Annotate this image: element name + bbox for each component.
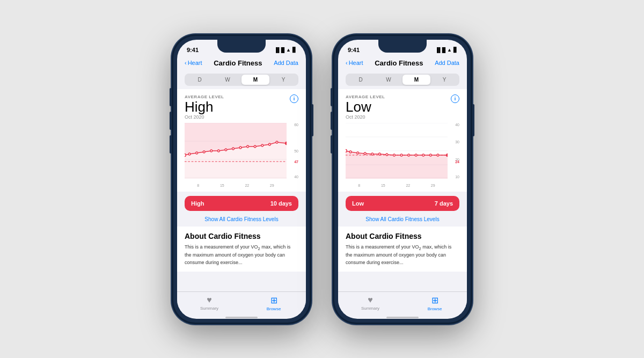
svg-point-18 (261, 144, 264, 147)
avg-value-left: High (185, 99, 224, 115)
badge-label-right: Low (352, 200, 364, 207)
back-button-left[interactable]: ‹ Heart (185, 60, 202, 66)
back-button-right[interactable]: ‹ Heart (346, 60, 363, 66)
scroll-content-right: D W M Y AVERAGE LEVEL Low Oct 2020 (338, 70, 467, 291)
add-data-button-right[interactable]: Add Data (435, 60, 459, 66)
heart-icon-left: ♥ (207, 295, 212, 305)
chart-area-left: 60 50 40 (185, 123, 298, 187)
nav-title-right: Cardio Fitness (375, 59, 423, 67)
svg-point-41 (430, 154, 432, 156)
show-all-link-right[interactable]: Show All Cardio Fitness Levels (338, 214, 467, 227)
svg-point-38 (408, 154, 410, 156)
info-icon-left[interactable]: i (290, 94, 298, 103)
browse-icon-left: ⊞ (270, 295, 277, 305)
chevron-left-icon-right: ‹ (346, 60, 348, 66)
status-time-left: 9:41 (187, 47, 199, 53)
tab-summary-label-left: Summary (200, 306, 218, 311)
nav-bar-right: ‹ Heart Cardio Fitness Add Data (338, 57, 467, 70)
add-data-button-left[interactable]: Add Data (274, 60, 298, 66)
info-icon-right[interactable]: i (451, 94, 459, 103)
phone-left: 9:41 ▐▌█ ▲ ▊ ‹ Heart Cardio Fitness Add … (172, 34, 311, 324)
segment-m-left[interactable]: M (241, 75, 269, 85)
svg-point-20 (276, 141, 278, 143)
tab-summary-label-right: Summary (361, 306, 379, 311)
tab-browse-label-right: Browse (428, 306, 442, 311)
home-bar-right (386, 317, 419, 318)
svg-point-12 (218, 150, 220, 152)
chart-section-left: AVERAGE LEVEL High Oct 2020 i 60 50 (177, 89, 306, 192)
wifi-icon-right: ▲ (447, 47, 452, 53)
badge-days-left: 10 days (270, 200, 292, 207)
svg-point-11 (210, 150, 213, 152)
tab-browse-left[interactable]: ⊞ Browse (241, 295, 306, 311)
avg-date-left: Oct 2020 (185, 114, 224, 120)
segment-y-right[interactable]: Y (430, 75, 458, 85)
about-section-right: About Cardio Fitness This is a measureme… (338, 227, 467, 272)
about-title-left: About Cardio Fitness (185, 232, 298, 240)
badge-label-left: High (191, 200, 204, 207)
badge-row-right: Low 7 days (346, 196, 459, 211)
segment-d-right[interactable]: D (347, 75, 375, 85)
svg-point-8 (188, 153, 191, 155)
battery-icon-left: ▊ (292, 47, 296, 53)
home-indicator-left (177, 317, 306, 319)
segment-d-left[interactable]: D (186, 75, 214, 85)
home-indicator-right (338, 317, 467, 319)
show-all-link-left[interactable]: Show All Cardio Fitness Levels (177, 214, 306, 227)
svg-point-19 (269, 143, 271, 145)
about-title-right: About Cardio Fitness (346, 232, 459, 240)
svg-point-36 (393, 154, 396, 156)
dashed-value-right: 24 (455, 160, 459, 164)
svg-point-29 (346, 150, 347, 152)
tab-bar-left: ♥ Summary ⊞ Browse (177, 291, 306, 317)
svg-point-9 (196, 152, 198, 154)
x-labels-right: 8 15 22 29 (346, 184, 448, 187)
badge-days-right: 7 days (435, 200, 453, 207)
chart-svg-left (185, 123, 287, 179)
segment-w-right[interactable]: W (375, 75, 402, 85)
svg-point-34 (379, 153, 381, 155)
back-label-left: Heart (188, 60, 202, 66)
segment-y-left[interactable]: Y (269, 75, 297, 85)
segment-w-left[interactable]: W (214, 75, 241, 85)
notch-right (378, 40, 427, 53)
chart-section-right: AVERAGE LEVEL Low Oct 2020 i 40 30 (338, 89, 467, 192)
status-icons-left: ▐▌█ ▲ ▊ (274, 47, 296, 53)
about-text-left: This is a measurement of your VO2 max, w… (185, 244, 298, 266)
avg-value-right: Low (346, 99, 385, 115)
home-bar-left (225, 317, 258, 318)
tab-summary-right[interactable]: ♥ Summary (338, 295, 402, 311)
tab-bar-right: ♥ Summary ⊞ Browse (338, 291, 467, 317)
x-labels-left: 8 15 22 29 (185, 184, 287, 187)
heart-icon-right: ♥ (368, 295, 373, 305)
svg-point-14 (232, 148, 235, 150)
segment-m-right[interactable]: M (402, 75, 430, 85)
segment-control-right[interactable]: D W M Y (346, 74, 459, 86)
svg-point-15 (239, 147, 241, 149)
wifi-icon-left: ▲ (286, 47, 291, 53)
nav-bar-left: ‹ Heart Cardio Fitness Add Data (177, 57, 306, 70)
segment-control-left[interactable]: D W M Y (185, 74, 298, 86)
svg-point-40 (422, 154, 425, 156)
svg-point-31 (357, 152, 359, 154)
status-icons-right: ▐▌█ ▲ ▊ (435, 47, 457, 53)
y-labels-right: 40 30 20 10 (449, 123, 459, 179)
phone-screen-left: 9:41 ▐▌█ ▲ ▊ ‹ Heart Cardio Fitness Add … (177, 40, 306, 319)
status-time-right: 9:41 (348, 47, 360, 53)
svg-point-43 (447, 154, 448, 157)
tab-browse-right[interactable]: ⊞ Browse (402, 295, 467, 311)
scroll-content-left: D W M Y AVERAGE LEVEL High Oct 2020 (177, 70, 306, 291)
chart-svg-right (346, 123, 448, 179)
svg-point-33 (371, 153, 374, 155)
tab-browse-label-left: Browse (267, 306, 281, 311)
svg-point-13 (225, 149, 227, 151)
svg-point-17 (254, 145, 256, 148)
signal-icon-right: ▐▌█ (435, 47, 445, 53)
svg-point-32 (364, 152, 366, 155)
svg-point-30 (349, 151, 352, 153)
y-labels-left: 60 50 40 (288, 123, 298, 179)
svg-point-39 (415, 154, 417, 156)
phone-right: 9:41 ▐▌█ ▲ ▊ ‹ Heart Cardio Fitness Add … (333, 34, 472, 324)
tab-summary-left[interactable]: ♥ Summary (177, 295, 241, 311)
svg-point-37 (400, 154, 402, 156)
